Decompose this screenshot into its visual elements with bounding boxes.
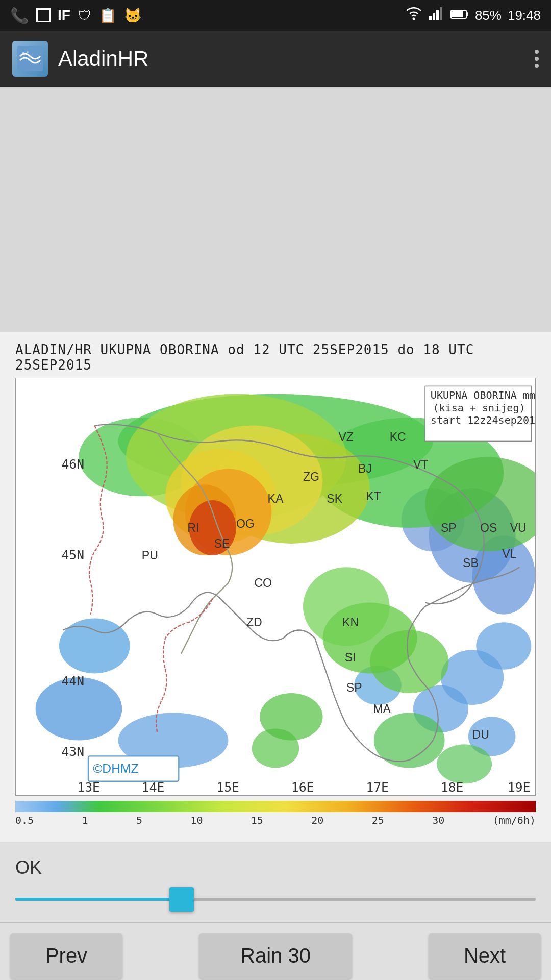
status-icons-left: 📞 IF 🛡 📋 🐱 [10, 7, 142, 24]
svg-text:CO: CO [254, 576, 272, 590]
svg-point-15 [476, 622, 531, 670]
svg-text:19E: 19E [508, 780, 531, 795]
svg-text:DU: DU [472, 728, 489, 741]
slider-track [15, 898, 536, 901]
center-button[interactable]: Rain 30 [199, 933, 352, 979]
svg-text:17E: 17E [366, 780, 389, 795]
viber-icon: 📞 [10, 7, 29, 24]
svg-text:45N: 45N [61, 548, 84, 562]
svg-text:SP: SP [441, 521, 457, 534]
status-bar: 📞 IF 🛡 📋 🐱 8 [0, 0, 551, 31]
more-menu-button[interactable] [535, 50, 539, 68]
svg-text:OG: OG [236, 517, 255, 530]
svg-text:©DHMZ: ©DHMZ [93, 762, 138, 775]
svg-text:16E: 16E [291, 780, 314, 795]
svg-text:VZ: VZ [338, 430, 354, 444]
legend-val-unit: (mm/6h) [493, 814, 536, 826]
svg-rect-6 [466, 12, 468, 16]
if-icon: IF [58, 7, 70, 23]
svg-text:VT: VT [413, 458, 429, 471]
svg-text:SE: SE [214, 537, 230, 550]
svg-text:SI: SI [345, 651, 356, 664]
ad-area [0, 87, 551, 332]
svg-text:KN: KN [342, 616, 359, 629]
weather-map-svg: 46N 45N 44N 43N 13E 14E 15E 16E 17E 18E … [15, 378, 536, 796]
signal-icon [429, 7, 444, 24]
legend-labels: 0.5 1 5 10 15 20 25 30 (mm/6h) [15, 814, 536, 826]
legend-val-3: 5 [136, 814, 142, 826]
slider-label: OK [15, 857, 536, 878]
svg-text:VL: VL [502, 547, 516, 560]
slider-area: OK [0, 842, 551, 922]
svg-text:43N: 43N [61, 744, 84, 759]
app-bar: AladinHR [0, 31, 551, 87]
svg-point-0 [412, 17, 415, 20]
svg-rect-1 [429, 16, 432, 20]
svg-text:PU: PU [142, 549, 158, 562]
battery-icon [450, 8, 469, 23]
svg-text:VU: VU [510, 521, 527, 534]
svg-text:14E: 14E [142, 780, 165, 795]
svg-text:(kisa + snijeg): (kisa + snijeg) [433, 402, 525, 414]
cat-icon: 🐱 [124, 7, 142, 24]
map-legend [15, 801, 536, 812]
svg-point-16 [59, 618, 130, 673]
shield-icon: 🛡 [78, 7, 92, 24]
svg-rect-4 [440, 7, 442, 20]
legend-val-6: 20 [311, 814, 323, 826]
status-icons-right: 85% 19:48 [405, 7, 541, 24]
svg-text:KA: KA [268, 492, 284, 505]
prev-button[interactable]: Prev [10, 933, 122, 979]
svg-text:15E: 15E [216, 780, 239, 795]
slider-thumb[interactable] [169, 887, 194, 912]
svg-text:SK: SK [327, 492, 342, 505]
svg-text:ZD: ZD [246, 616, 262, 629]
svg-point-40 [252, 728, 299, 768]
app-title: AladinHR [58, 46, 148, 71]
svg-text:46N: 46N [61, 457, 84, 472]
map-image: 46N 45N 44N 43N 13E 14E 15E 16E 17E 18E … [15, 378, 536, 798]
app-bar-left: AladinHR [12, 41, 148, 77]
svg-text:18E: 18E [441, 780, 464, 795]
svg-rect-2 [433, 13, 435, 20]
svg-rect-7 [452, 11, 463, 17]
square-icon [36, 8, 51, 22]
slider-container[interactable] [15, 887, 536, 912]
svg-text:KT: KT [366, 489, 381, 503]
slider-fill [15, 898, 182, 901]
svg-text:SP: SP [346, 681, 362, 694]
bottom-nav: Prev Rain 30 Next [0, 922, 551, 980]
wifi-icon [405, 7, 423, 24]
svg-text:MA: MA [373, 702, 391, 716]
svg-point-9 [22, 52, 25, 55]
svg-text:44N: 44N [61, 674, 84, 689]
svg-rect-3 [436, 10, 439, 20]
clipboard-icon: 📋 [99, 7, 117, 24]
legend-val-2: 1 [82, 814, 88, 826]
svg-text:KC: KC [390, 430, 406, 444]
svg-text:RI: RI [187, 521, 199, 534]
svg-text:BJ: BJ [358, 462, 372, 475]
svg-point-31 [437, 744, 492, 783]
legend-val-8: 30 [432, 814, 444, 826]
legend-val-1: 0.5 [15, 814, 34, 826]
map-title: ALADIN/HR UKUPNA OBORINA od 12 UTC 25SEP… [15, 342, 536, 373]
time-display: 19:48 [508, 8, 541, 23]
svg-text:OS: OS [480, 521, 497, 534]
legend-val-5: 15 [251, 814, 263, 826]
battery-percent: 85% [475, 8, 502, 23]
svg-point-29 [303, 567, 390, 646]
svg-text:start 12z24sep2015: start 12z24sep2015 [431, 414, 536, 426]
svg-text:UKUPNA OBORINA mm/6h: UKUPNA OBORINA mm/6h [431, 389, 536, 401]
svg-text:13E: 13E [77, 780, 100, 795]
legend-color-bar [15, 801, 536, 812]
legend-val-7: 25 [372, 814, 384, 826]
svg-text:SB: SB [463, 556, 479, 570]
app-logo [12, 41, 48, 77]
legend-val-4: 10 [190, 814, 203, 826]
svg-text:ZG: ZG [303, 470, 319, 483]
next-button[interactable]: Next [429, 933, 541, 979]
svg-point-10 [27, 51, 29, 53]
map-container: ALADIN/HR UKUPNA OBORINA od 12 UTC 25SEP… [0, 332, 551, 842]
